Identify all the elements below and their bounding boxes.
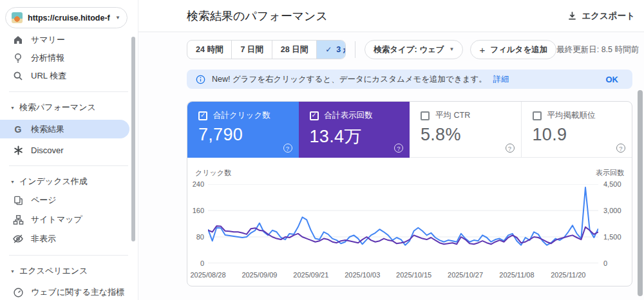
axis-tick: 80 [187,233,204,241]
right-axis-title: 表示回数 [596,168,624,178]
metric-value: 7,790 [198,125,290,145]
metric-label: 平均掲載順位 [547,110,596,121]
checkbox-unchecked-icon[interactable] [421,111,430,120]
search-type-label: 検索タイプ: ウェブ [374,44,444,55]
range-7d-button[interactable]: 7 日間 [232,41,272,59]
left-axis-title: クリック数 [195,168,231,178]
sidebar-item-label: Discover [31,145,64,155]
section-collapse-icon: ▼ [10,269,15,274]
x-axis-label: 2025/09/09 [242,271,277,279]
checkbox-unchecked-icon[interactable] [533,111,542,120]
search-icon [12,70,24,82]
sidebar-item-label: ウェブに関する主な指標 [31,286,124,298]
last-updated-text: 最終更新日: 8.5 時間前 [556,44,639,55]
axis-tick: 240 [187,180,204,188]
page-scrollbar[interactable] [638,90,643,296]
google-g-icon: G [12,124,24,135]
metric-cards: 合計クリック数 7,790 合計表示回数 13.4万 平 [187,102,632,158]
lightbulb-icon [12,52,24,64]
export-button[interactable]: エクスポート [567,10,635,22]
sidebar-item-core-web-vitals[interactable]: ウェブに関する主な指標 [0,283,138,300]
axis-tick: 160 [187,207,204,214]
sidebar-scrollbar[interactable] [131,37,135,241]
sidebar-item-pages[interactable]: ページ [0,191,138,210]
range-3m-button[interactable]: ✓ 3 か月 [317,41,346,59]
help-icon[interactable] [506,144,515,153]
section-experience[interactable]: ▼ エクスペリエンス [0,262,138,280]
notification-banner: New! グラフを右クリックすると、データにカスタムメモを追加できます。 詳細 … [187,70,632,89]
sidebar-item-search-results[interactable]: G 検索結果 [0,120,129,138]
sidebar-item-sitemaps[interactable]: サイトマップ [0,210,138,229]
metric-value: 10.9 [533,125,623,145]
range-3m-label: 3 か月 [336,44,346,55]
chevron-down-icon: ▼ [115,15,120,21]
axis-tick: 3,000 [603,207,621,214]
section-label: エクスペリエンス [19,265,88,277]
download-arrow [571,12,574,17]
help-icon[interactable] [283,144,292,153]
section-search-performance[interactable]: ▼ 検索パフォーマンス [0,98,138,117]
sidebar-item-summary[interactable]: サマリー [0,31,138,49]
sidebar-item-label: サマリー [31,34,65,46]
sidebar-item-removals[interactable]: 非表示 [0,229,138,248]
eye-off-icon [12,233,24,245]
sidebar-item-label: ページ [31,194,57,206]
asterisk-icon [12,144,24,156]
search-console-app: https://cruise.hitode-fe... ▼ サマリー 分析情報 [0,0,644,300]
sidebar-item-label: URL 検査 [31,70,66,82]
metric-label: 平均 CTR [435,110,470,121]
date-range-group: 24 時間 7 日間 28 日間 ✓ 3 か月 詳細 ▼ [187,40,346,59]
sidebar-divider [9,165,128,166]
range-24h-button[interactable]: 24 時間 [187,41,232,59]
x-axis-label: 2025/11/08 [499,271,534,279]
metric-card-average-position[interactable]: 平均掲載順位 10.9 [521,102,632,158]
checkbox-checked-icon[interactable] [310,111,319,120]
metric-label: 合計クリック数 [213,110,270,121]
help-icon[interactable] [616,144,625,153]
chart-plot-area[interactable] [208,184,598,263]
chevron-down-icon: ▼ [450,47,455,52]
metric-card-total-impressions[interactable]: 合計表示回数 13.4万 [299,102,410,158]
sidebar-item-label: 分析情報 [31,52,64,64]
property-selector[interactable]: https://cruise.hitode-fe... ▼ [5,7,128,28]
series-left [208,187,598,245]
performance-chart[interactable]: クリック数 表示回数 08016024001,5003,0004,5002025… [187,167,632,286]
main-content: 検索結果のパフォーマンス エクスポート 24 時間 7 日間 28 日間 ✓ 3… [138,0,644,300]
add-filter-label: フィルタを追加 [490,44,547,55]
axis-tick: 0 [187,259,204,267]
axis-tick: 1,500 [603,233,621,241]
info-icon [196,75,205,84]
main-header: 検索結果のパフォーマンス エクスポート [138,0,644,32]
sidebar-item-label: サイトマップ [31,214,82,225]
search-type-chip[interactable]: 検索タイプ: ウェブ ▼ [365,40,463,59]
help-icon[interactable] [394,144,403,153]
checkbox-checked-icon[interactable] [198,111,207,120]
banner-details-link[interactable]: 詳細 [493,74,509,85]
section-indexing[interactable]: ▼ インデックス作成 [0,173,138,191]
range-28d-button[interactable]: 28 日間 [272,41,317,59]
metric-card-total-clicks[interactable]: 合計クリック数 7,790 [187,102,299,158]
axis-tick: 4,500 [603,180,621,188]
banner-ok-button[interactable]: OK [606,75,619,84]
page-title: 検索結果のパフォーマンス [187,8,328,24]
section-collapse-icon: ▼ [10,180,15,184]
x-axis-label: 2025/09/21 [293,271,328,279]
sidebar-nav: サマリー 分析情報 URL 検査 ▼ 検索パフォーマンス [0,31,138,300]
export-label: エクスポート [582,10,635,22]
sidebar-item-label: 検索結果 [31,124,64,135]
toolbar-divider [355,41,355,58]
axis-tick: 0 [603,259,607,267]
sidebar-item-discover[interactable]: Discover [0,141,138,159]
sidebar-item-insights[interactable]: 分析情報 [0,49,138,67]
metric-card-average-ctr[interactable]: 平均 CTR 5.8% [410,102,521,158]
sidebar-item-url-inspection[interactable]: URL 検査 [0,67,138,85]
section-collapse-icon: ▼ [10,106,15,110]
metric-value: 13.4万 [310,125,401,148]
metric-label: 合計表示回数 [325,110,373,121]
plus-icon: + [479,44,485,55]
property-url: https://cruise.hitode-fe... [28,14,110,23]
section-label: インデックス作成 [19,176,88,187]
sidebar-item-label: 非表示 [31,233,56,245]
metric-value: 5.8% [421,125,512,145]
add-filter-chip[interactable]: + フィルタを追加 [470,40,556,59]
